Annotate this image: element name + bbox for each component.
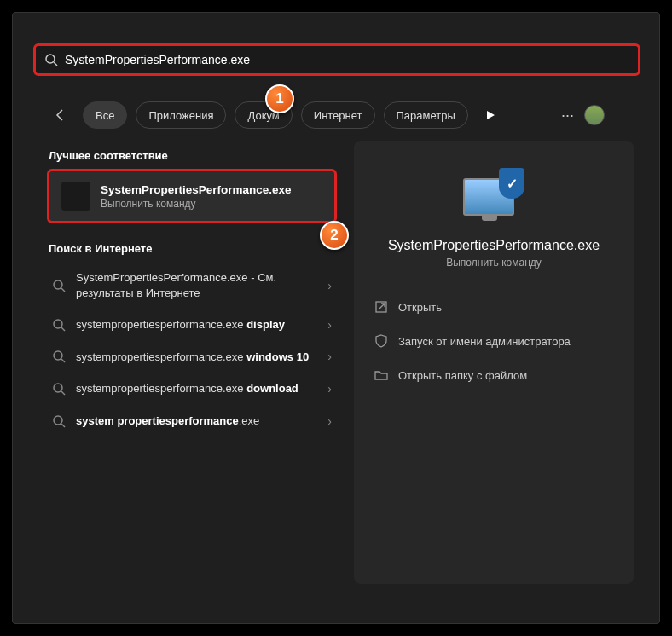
web-result[interactable]: system propertiesperformance.exe › — [47, 405, 337, 437]
result-app-icon — [61, 182, 90, 211]
web-result-text: SystemPropertiesPerformance.exe - См. ре… — [76, 270, 317, 300]
callout-2: 2 — [320, 221, 349, 250]
svg-line-1 — [54, 62, 57, 66]
search-icon — [52, 414, 66, 428]
search-icon — [52, 318, 66, 332]
web-result[interactable]: systempropertiesperformance.exe display … — [47, 309, 337, 341]
action-label: Запуск от имени администратора — [398, 335, 571, 348]
play-icon — [485, 110, 495, 120]
web-result[interactable]: systempropertiesperformance.exe windows … — [47, 341, 337, 373]
web-result[interactable]: SystemPropertiesPerformance.exe - См. ре… — [47, 262, 337, 309]
best-match-name: SystemPropertiesPerformance.exe — [101, 183, 292, 196]
search-icon — [52, 279, 66, 292]
svg-point-0 — [46, 55, 55, 63]
search-icon — [52, 382, 66, 396]
action-label: Открыть — [398, 301, 442, 314]
svg-point-4 — [54, 320, 62, 328]
search-icon — [52, 350, 66, 363]
web-result[interactable]: systempropertiesperformance.exe download… — [47, 373, 337, 405]
svg-point-2 — [54, 280, 62, 289]
web-result-text: systempropertiesperformance.exe windows … — [76, 350, 317, 365]
search-icon — [44, 53, 58, 66]
search-input[interactable] — [65, 53, 629, 66]
preview-panel: ✓ SystemPropertiesPerformance.exe Выполн… — [354, 141, 634, 584]
chevron-right-icon: › — [327, 318, 332, 332]
user-avatar[interactable] — [584, 105, 605, 125]
svg-line-5 — [61, 327, 65, 331]
section-web-search: Поиск в Интернете — [49, 242, 337, 255]
open-icon — [374, 300, 388, 314]
best-match-result[interactable]: SystemPropertiesPerformance.exe Выполнит… — [47, 169, 337, 223]
tab-all[interactable]: Все — [83, 101, 127, 129]
web-result-text: systempropertiesperformance.exe display — [76, 317, 317, 332]
preview-title: SystemPropertiesPerformance.exe — [388, 238, 600, 253]
svg-point-8 — [54, 384, 62, 392]
svg-line-7 — [61, 359, 65, 362]
chevron-right-icon: › — [327, 382, 332, 396]
preview-sub: Выполнить команду — [446, 257, 542, 269]
folder-icon — [374, 368, 388, 382]
svg-point-6 — [54, 351, 62, 360]
chevron-right-icon: › — [327, 414, 332, 428]
action-label: Открыть папку с файлом — [398, 369, 527, 382]
tab-apps[interactable]: Приложения — [136, 101, 226, 129]
web-result-text: system propertiesperformance.exe — [76, 413, 317, 429]
callout-1: 1 — [265, 84, 294, 113]
divider — [371, 286, 617, 286]
search-box[interactable] — [33, 43, 640, 76]
svg-point-10 — [54, 416, 62, 425]
best-match-sub: Выполнить команду — [101, 198, 292, 210]
back-button[interactable] — [47, 101, 74, 129]
shield-icon — [374, 334, 388, 348]
system-performance-icon: ✓ — [463, 168, 524, 223]
action-run-admin[interactable]: Запуск от имени администратора — [371, 324, 617, 358]
section-best-match: Лучшее соответствие — [49, 149, 337, 162]
svg-line-3 — [61, 288, 65, 292]
tab-settings[interactable]: Параметры — [384, 101, 468, 129]
more-options-button[interactable]: ··· — [561, 107, 574, 124]
action-open-folder[interactable]: Открыть папку с файлом — [371, 358, 617, 392]
svg-line-11 — [61, 424, 65, 427]
arrow-left-icon — [54, 108, 67, 122]
chevron-right-icon: › — [327, 279, 332, 292]
action-open[interactable]: Открыть — [371, 290, 617, 324]
web-result-text: systempropertiesperformance.exe download — [76, 381, 317, 396]
more-tabs-button[interactable] — [477, 101, 504, 129]
chevron-right-icon: › — [327, 350, 332, 363]
tab-internet[interactable]: Интернет — [301, 101, 375, 129]
svg-line-9 — [61, 391, 65, 395]
